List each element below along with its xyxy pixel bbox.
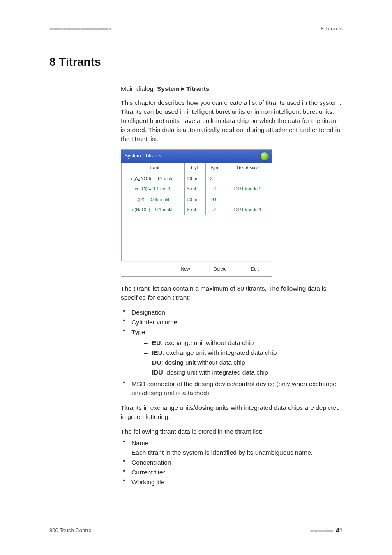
col-type[interactable]: Type — [205, 163, 224, 173]
screenshot-title: System / Titrants — [125, 153, 161, 160]
table-row[interactable]: c(HCl) = 0.1 mol/L 5 mL IEU D1/Titrando … — [122, 184, 272, 194]
list-item-label: Concentration — [131, 459, 171, 466]
type-code: IDU — [152, 369, 163, 376]
stored-data-list: Name Each titrant in the system is ident… — [121, 439, 343, 487]
titrant-table: Titrant Cyl. Type Dos.device c(AgNO3) = … — [121, 163, 272, 261]
edit-button[interactable]: Edit — [238, 262, 272, 276]
list-item: EU: exchange unit without data chip — [144, 338, 343, 347]
screenshot-system-titrants: System / Titrants Titrant Cyl. Type Dos.… — [121, 149, 272, 277]
list-item: Designation — [121, 308, 343, 317]
cell-type: DU — [205, 173, 224, 184]
list-item-label: Name — [131, 439, 148, 446]
cell-type: IDU — [205, 194, 224, 205]
page-header: ■■■■■■■■■■■■■■■■■■■■■■ 8 Titrants — [49, 25, 343, 32]
type-desc: : exchange unit without data chip — [161, 339, 254, 346]
list-item-label: MSB connector of the dosing device/contr… — [131, 380, 337, 396]
list-item: Name Each titrant in the system is ident… — [121, 439, 343, 457]
cell-cyl: 20 mL — [184, 173, 205, 184]
list-item: Type EU: exchange unit without data chip… — [121, 328, 343, 379]
new-button[interactable]: New — [168, 262, 203, 276]
cell-titrant: c(HCl) = 0.1 mol/L — [122, 184, 185, 194]
breadcrumb-arrow-icon: ▸ — [180, 85, 186, 92]
cell-type: IEU — [205, 205, 224, 215]
specified-data-list: Designation Cylinder volume Type EU: exc… — [121, 308, 343, 398]
cell-dev — [224, 194, 272, 205]
list-item-label: Type — [131, 328, 145, 335]
col-dosdevice[interactable]: Dos.device — [224, 163, 272, 173]
cell-cyl: 5 mL — [184, 205, 205, 215]
cell-titrant: c(NaOH) = 0.1 mol/L — [122, 205, 185, 215]
page-footer: 900 Touch Control ■■■■■■■■ 41 — [49, 527, 343, 534]
footer-product: 900 Touch Control — [49, 527, 92, 533]
list-item-label: Working life — [131, 479, 165, 486]
header-section-label: 8 Titrants — [321, 25, 343, 32]
intro-paragraph: This chapter describes how you can creat… — [121, 98, 343, 143]
list-item: Current titer — [121, 468, 343, 477]
cell-dev: D1/Titrando 1 — [224, 205, 272, 215]
footer-right: ■■■■■■■■ 41 — [310, 527, 343, 534]
chapter-title: 8 Titrants — [49, 56, 343, 69]
col-cyl[interactable]: Cyl. — [184, 163, 205, 173]
home-orb-icon[interactable] — [261, 152, 269, 160]
list-item: Concentration — [121, 458, 343, 467]
type-code: IEU — [152, 349, 163, 356]
list-item-label: Designation — [131, 309, 165, 316]
cell-titrant: c(AgNO3) = 0.1 mol/L — [122, 173, 185, 184]
cell-dev: D1/Titrando 2 — [224, 184, 272, 194]
type-desc: : exchange unit with integrated data chi… — [163, 349, 277, 356]
list-item-label: Current titer — [131, 469, 165, 476]
after-screenshot-paragraph: The titrant list can contain a maximum o… — [121, 284, 343, 302]
stored-data-paragraph: The following titrant data is stored in … — [121, 427, 343, 436]
footer-page-number: 41 — [336, 527, 343, 534]
type-code: EU — [152, 339, 161, 346]
type-desc: : dosing unit without data chip — [161, 359, 245, 366]
list-item: MSB connector of the dosing device/contr… — [121, 379, 343, 398]
delete-button[interactable]: Delete — [203, 262, 237, 276]
type-sublist: EU: exchange unit without data chip IEU:… — [131, 337, 343, 379]
list-item: IEU: exchange unit with integrated data … — [144, 348, 343, 357]
screenshot-titlebar: System / Titrants — [121, 150, 272, 163]
type-desc: : dosing unit with integrated data chip — [163, 369, 268, 376]
cell-cyl: 5 mL — [184, 184, 205, 194]
breadcrumb-part-system: System — [157, 85, 180, 92]
cell-type: IEU — [205, 184, 224, 194]
green-lettering-paragraph: Titrants in exchange units/dosing units … — [121, 403, 343, 421]
breadcrumb-part-titrants: Titrants — [186, 85, 210, 92]
table-row[interactable]: c(AgNO3) = 0.1 mol/L 20 mL DU — [122, 173, 272, 184]
header-dashes: ■■■■■■■■■■■■■■■■■■■■■■ — [49, 25, 111, 32]
col-titrant[interactable]: Titrant — [122, 163, 185, 173]
list-item-sublabel: Each titrant in the system is identified… — [131, 448, 343, 457]
table-empty-area — [122, 215, 272, 261]
button-bar-spacer — [121, 262, 168, 276]
table-row[interactable]: c(I2) = 0.05 mol/L 50 mL IDU — [122, 194, 272, 205]
list-item: Cylinder volume — [121, 318, 343, 327]
screenshot-button-bar: New Delete Edit — [121, 262, 272, 276]
table-row[interactable]: c(NaOH) = 0.1 mol/L 5 mL IEU D1/Titrando… — [122, 205, 272, 215]
cell-cyl: 50 mL — [184, 194, 205, 205]
breadcrumb-prefix: Main dialog: — [121, 85, 157, 92]
type-code: DU — [152, 359, 161, 366]
cell-dev — [224, 173, 272, 184]
cell-titrant: c(I2) = 0.05 mol/L — [122, 194, 185, 205]
footer-dashes: ■■■■■■■■ — [310, 527, 333, 534]
list-item-label: Cylinder volume — [131, 319, 177, 326]
list-item: Working life — [121, 478, 343, 487]
list-item: IDU: dosing unit with integrated data ch… — [144, 368, 343, 377]
breadcrumb: Main dialog: System▸Titrants — [121, 84, 343, 93]
list-item: DU: dosing unit without data chip — [144, 358, 343, 367]
